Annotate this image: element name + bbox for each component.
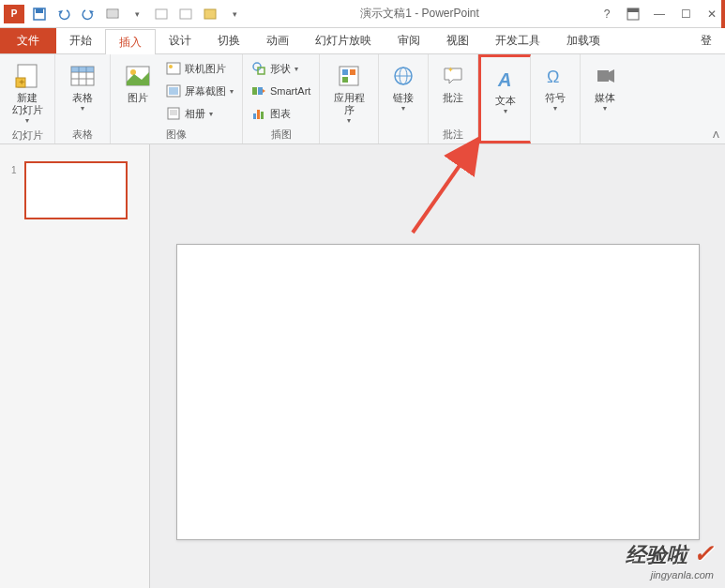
photo-album-label: 相册: [185, 107, 205, 121]
symbols-button[interactable]: Ω 符号 ▾: [536, 58, 574, 114]
media-button[interactable]: 媒体 ▾: [586, 58, 624, 114]
tab-file[interactable]: 文件: [0, 28, 56, 53]
watermark: 经验啦 ✓ jingyanla.com: [626, 539, 714, 580]
tab-slideshow[interactable]: 幻灯片放映: [302, 28, 385, 53]
qat-custom-3[interactable]: [199, 3, 221, 25]
links-label: 链接: [393, 92, 414, 104]
watermark-check-icon: ✓: [693, 539, 714, 567]
svg-rect-6: [204, 9, 216, 19]
svg-text:Ω: Ω: [547, 68, 559, 86]
shapes-label: 形状: [270, 62, 291, 76]
new-slide-button[interactable]: ✦ 新建 幻灯片 ▾: [6, 58, 49, 127]
undo-button[interactable]: [53, 3, 75, 25]
media-label: 媒体: [595, 92, 615, 104]
thumb-number: 1: [11, 165, 17, 175]
minimize-button[interactable]: —: [646, 3, 672, 25]
online-pictures-icon: [166, 61, 181, 76]
svg-rect-20: [167, 63, 180, 74]
screenshot-label: 屏幕截图: [185, 84, 226, 98]
tab-insert[interactable]: 插入: [105, 29, 156, 54]
smartart-icon: [251, 83, 266, 98]
links-button[interactable]: 链接 ▾: [385, 58, 422, 114]
symbols-label: 符号: [545, 92, 566, 104]
tab-home[interactable]: 开始: [56, 28, 105, 53]
redo-button[interactable]: [77, 3, 99, 25]
comment-label: 批注: [443, 92, 463, 104]
svg-text:A: A: [497, 69, 511, 90]
screenshot-button[interactable]: 屏幕截图 ▾: [163, 81, 236, 101]
comments-group-label: 批注: [434, 126, 472, 142]
links-group-label: [385, 140, 422, 142]
dropdown-icon: ▾: [295, 65, 298, 73]
svg-point-21: [169, 65, 173, 68]
svg-rect-35: [350, 69, 355, 75]
online-pictures-label: 联机图片: [185, 62, 226, 76]
qat-more[interactable]: ▾: [126, 3, 148, 25]
save-button[interactable]: [28, 3, 51, 25]
qat-custom-2[interactable]: [174, 3, 197, 25]
pictures-button[interactable]: 图片: [116, 58, 159, 106]
qat-custom-1[interactable]: [150, 3, 173, 25]
smartart-label: SmartArt: [270, 85, 310, 97]
svg-rect-1: [36, 8, 43, 13]
slideshow-from-start[interactable]: [101, 3, 124, 25]
shapes-button[interactable]: 形状 ▾: [249, 58, 313, 79]
table-label: 表格: [72, 92, 93, 104]
dropdown-icon: ▾: [209, 110, 213, 118]
dropdown-icon: ▾: [347, 116, 351, 125]
photo-album-icon: [166, 106, 181, 121]
watermark-text: 经验啦: [626, 543, 687, 566]
tab-developer[interactable]: 开发工具: [482, 28, 553, 53]
tab-review[interactable]: 审阅: [385, 28, 433, 53]
apps-group-label: [325, 140, 372, 142]
slide-thumbnails-panel: 1: [0, 144, 150, 588]
app-icon: P: [4, 5, 24, 23]
screenshot-icon: [166, 83, 181, 98]
svg-rect-5: [180, 9, 191, 19]
dropdown-icon: ▾: [504, 107, 507, 115]
svg-text:✦: ✦: [447, 66, 454, 74]
apps-label: 应用程 序: [334, 92, 365, 116]
dropdown-icon: ▾: [25, 116, 29, 125]
photo-album-button[interactable]: 相册 ▾: [163, 103, 236, 124]
smartart-button[interactable]: SmartArt: [249, 81, 313, 101]
dropdown-icon: ▾: [230, 87, 234, 96]
text-button[interactable]: A 文本 ▾: [487, 61, 524, 117]
ribbon-options[interactable]: [620, 3, 646, 25]
tab-transitions[interactable]: 切换: [204, 28, 253, 53]
new-slide-label: 新建 幻灯片: [12, 92, 43, 116]
help-button[interactable]: ?: [594, 3, 620, 25]
pictures-label: 图片: [128, 92, 148, 104]
tables-group-label: 表格: [61, 126, 104, 142]
dropdown-icon: ▾: [401, 104, 405, 113]
shapes-icon: [251, 61, 266, 76]
tab-animations[interactable]: 动画: [253, 28, 302, 53]
dropdown-icon: ▾: [603, 104, 607, 113]
tab-addins[interactable]: 加载项: [553, 28, 613, 53]
chart-button[interactable]: 图表: [249, 103, 313, 124]
svg-rect-31: [257, 110, 260, 119]
online-pictures-button[interactable]: 联机图片: [163, 58, 236, 79]
tab-view[interactable]: 视图: [433, 28, 482, 53]
collapse-ribbon-icon[interactable]: ᐱ: [713, 129, 719, 140]
tab-design[interactable]: 设计: [156, 28, 204, 53]
signin[interactable]: 登: [687, 28, 725, 53]
text-label: 文本: [495, 95, 516, 107]
qat-custom-more[interactable]: ▾: [223, 3, 246, 25]
restore-button[interactable]: ☐: [672, 3, 699, 25]
svg-rect-8: [627, 8, 639, 12]
text-group-highlighted: A 文本 ▾: [478, 54, 531, 143]
slide-thumbnail-1[interactable]: [24, 161, 128, 219]
svg-rect-43: [597, 70, 609, 82]
slide-edit-area: [150, 144, 725, 588]
slide-canvas[interactable]: [176, 244, 700, 540]
svg-rect-23: [169, 87, 178, 95]
chart-icon: [251, 106, 266, 121]
svg-rect-30: [253, 113, 256, 119]
svg-rect-28: [252, 87, 257, 95]
table-button[interactable]: 表格 ▾: [61, 58, 104, 114]
dropdown-icon: ▾: [81, 104, 84, 113]
svg-point-26: [253, 63, 261, 70]
apps-button[interactable]: 应用程 序 ▾: [325, 58, 372, 127]
comment-button[interactable]: ✦ 批注: [434, 58, 472, 106]
